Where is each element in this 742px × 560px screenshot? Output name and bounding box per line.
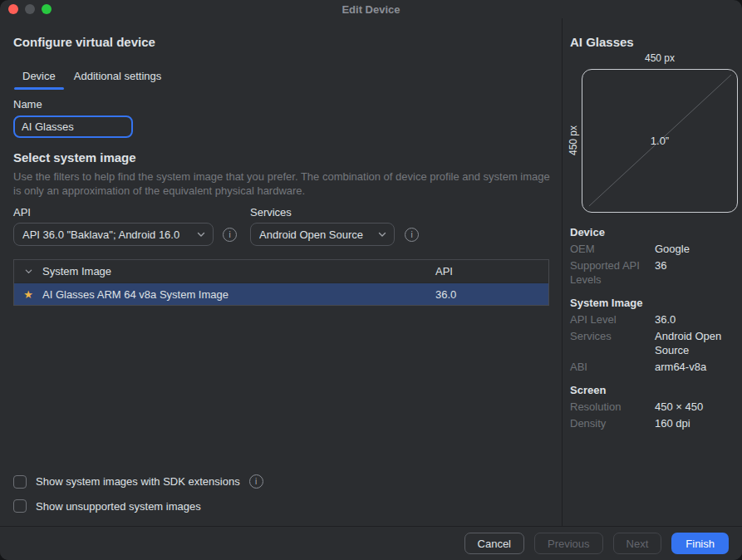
device-summary-panel: AI Glasses 450 px 450 px 1.0” Device OEM… — [562, 18, 742, 526]
unsupported-images-checkbox[interactable] — [13, 499, 27, 513]
tab-bar: Device Additional settings — [13, 65, 170, 90]
info-row-resolution: Resolution 450 × 450 — [570, 400, 735, 414]
system-image-section-title: System Image — [570, 297, 735, 309]
tab-additional-settings[interactable]: Additional settings — [65, 65, 171, 90]
edit-device-dialog: Edit Device Configure virtual device Dev… — [0, 0, 742, 560]
api-dropdown-value: API 36.0 "Baklava"; Android 16.0 — [22, 228, 179, 241]
services-filter-label: Services — [250, 206, 292, 219]
system-image-column-header[interactable]: System Image — [42, 265, 435, 278]
previous-button: Previous — [534, 533, 603, 554]
star-icon[interactable]: ★ — [23, 289, 33, 300]
screen-section-title: Screen — [570, 384, 735, 396]
system-image-cell: AI Glasses ARM 64 v8a System Image — [42, 288, 435, 301]
services-dropdown-value: Android Open Source — [259, 228, 363, 241]
info-row-density: Density 160 dpi — [570, 416, 735, 430]
device-section-title: Device — [570, 226, 735, 238]
sdk-extensions-checkbox-label: Show system images with SDK extensions — [36, 475, 240, 488]
unsupported-images-checkbox-label: Show unsupported system images — [36, 500, 201, 513]
preview-height-label: 450 px — [568, 125, 579, 155]
api-dropdown[interactable]: API 36.0 "Baklava"; Android 16.0 — [13, 223, 214, 246]
device-name-input[interactable] — [13, 115, 133, 138]
chevron-down-icon — [24, 267, 33, 276]
preview-width-label: 450 px — [582, 52, 738, 64]
cancel-button[interactable]: Cancel — [464, 533, 524, 554]
title-bar: Edit Device — [0, 0, 742, 18]
table-row[interactable]: ★ AI Glasses ARM 64 v8a System Image 36.… — [14, 283, 548, 305]
sort-column-header[interactable] — [14, 267, 42, 276]
dialog-footer: Cancel Previous Next Finish — [0, 526, 742, 560]
configure-panel: Configure virtual device Device Addition… — [0, 18, 562, 526]
services-dropdown[interactable]: Android Open Source — [250, 223, 395, 246]
info-row-supported-api: Supported API Levels 36 — [570, 258, 735, 287]
device-summary-title: AI Glasses — [570, 35, 634, 49]
info-row-oem: OEM Google — [570, 242, 735, 256]
window-title: Edit Device — [0, 3, 742, 16]
unsupported-images-checkbox-row: Show unsupported system images — [13, 499, 201, 513]
screen-preview: 1.0” — [582, 69, 738, 213]
system-image-description: Use the filters to help find the system … — [13, 169, 552, 198]
info-row-services: Services Android Open Source — [570, 329, 735, 357]
info-row-abi: ABI arm64-v8a — [570, 360, 735, 374]
services-info-icon[interactable]: i — [405, 228, 419, 242]
device-info: Device OEM Google Supported API Levels 3… — [570, 226, 735, 433]
diagonal-size-label: 1.0” — [582, 70, 737, 212]
info-row-api-level: API Level 36.0 — [570, 312, 735, 327]
table-header: System Image API — [14, 260, 548, 283]
name-label: Name — [13, 98, 42, 111]
next-button: Next — [613, 533, 662, 554]
page-title: Configure virtual device — [13, 35, 155, 49]
sdk-extensions-checkbox[interactable] — [13, 475, 27, 489]
sdk-extensions-info-icon[interactable]: i — [249, 474, 263, 489]
api-info-icon[interactable]: i — [223, 228, 237, 242]
api-cell: 36.0 — [435, 288, 548, 301]
chevron-down-icon — [196, 229, 206, 239]
api-column-header[interactable]: API — [435, 265, 548, 278]
select-system-image-heading: Select system image — [13, 150, 136, 165]
sdk-extensions-checkbox-row: Show system images with SDK extensions i — [13, 474, 263, 489]
tab-device[interactable]: Device — [13, 65, 65, 90]
api-filter-label: API — [13, 206, 31, 219]
chevron-down-icon — [377, 229, 387, 239]
system-image-table: System Image API ★ AI Glasses ARM 64 v8a… — [13, 259, 549, 306]
finish-button[interactable]: Finish — [671, 533, 729, 554]
